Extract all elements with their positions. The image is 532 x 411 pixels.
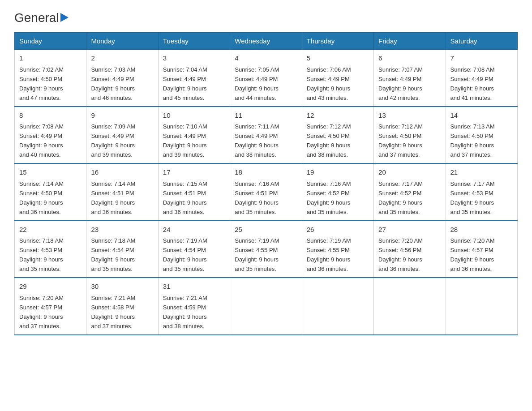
day-number: 16 [91, 167, 153, 178]
day-number: 27 [378, 225, 441, 235]
day-cell: 16Sunrise: 7:14 AMSunset: 4:51 PMDayligh… [86, 163, 158, 221]
day-cell: 27Sunrise: 7:20 AMSunset: 4:56 PMDayligh… [374, 221, 446, 278]
day-info: Sunrise: 7:09 AMSunset: 4:49 PMDaylight:… [91, 123, 135, 158]
day-info: Sunrise: 7:21 AMSunset: 4:58 PMDaylight:… [91, 295, 135, 330]
day-info: Sunrise: 7:17 AMSunset: 4:52 PMDaylight:… [378, 180, 423, 215]
day-cell: 19Sunrise: 7:16 AMSunset: 4:52 PMDayligh… [302, 163, 373, 221]
day-number: 31 [163, 282, 225, 292]
day-number: 7 [450, 53, 513, 64]
day-info: Sunrise: 7:18 AMSunset: 4:53 PMDaylight:… [19, 237, 64, 272]
header-monday: Monday [86, 33, 158, 50]
logo-text: General [14, 11, 69, 23]
logo: General [14, 11, 69, 23]
svg-marker-0 [60, 13, 69, 22]
logo-general-text: General [14, 11, 59, 25]
header-saturday: Saturday [446, 33, 517, 50]
day-number: 28 [450, 225, 513, 235]
day-cell: 1Sunrise: 7:02 AMSunset: 4:50 PMDaylight… [15, 50, 86, 107]
day-info: Sunrise: 7:10 AMSunset: 4:49 PMDaylight:… [163, 123, 207, 158]
header-wednesday: Wednesday [230, 33, 302, 50]
day-cell: 13Sunrise: 7:12 AMSunset: 4:50 PMDayligh… [374, 107, 446, 164]
day-number: 13 [378, 111, 441, 121]
day-info: Sunrise: 7:20 AMSunset: 4:57 PMDaylight:… [450, 237, 495, 272]
day-number: 21 [450, 167, 513, 178]
day-cell: 22Sunrise: 7:18 AMSunset: 4:53 PMDayligh… [15, 221, 86, 278]
day-info: Sunrise: 7:08 AMSunset: 4:49 PMDaylight:… [19, 123, 64, 158]
day-number: 30 [91, 282, 153, 292]
day-cell: 7Sunrise: 7:08 AMSunset: 4:49 PMDaylight… [446, 50, 517, 107]
day-number: 9 [91, 111, 153, 121]
day-number: 6 [378, 53, 441, 64]
day-info: Sunrise: 7:12 AMSunset: 4:50 PMDaylight:… [378, 123, 423, 158]
day-number: 3 [163, 53, 225, 64]
day-info: Sunrise: 7:03 AMSunset: 4:49 PMDaylight:… [91, 66, 135, 101]
day-cell: 15Sunrise: 7:14 AMSunset: 4:50 PMDayligh… [15, 163, 86, 221]
day-cell [446, 278, 517, 335]
day-number: 2 [91, 53, 153, 64]
day-number: 12 [307, 111, 369, 121]
day-number: 22 [19, 225, 82, 235]
day-cell: 24Sunrise: 7:19 AMSunset: 4:54 PMDayligh… [158, 221, 230, 278]
day-cell: 30Sunrise: 7:21 AMSunset: 4:58 PMDayligh… [86, 278, 158, 335]
day-info: Sunrise: 7:12 AMSunset: 4:50 PMDaylight:… [307, 123, 351, 158]
day-info: Sunrise: 7:18 AMSunset: 4:54 PMDaylight:… [91, 237, 135, 272]
header-tuesday: Tuesday [158, 33, 230, 50]
day-cell: 6Sunrise: 7:07 AMSunset: 4:49 PMDaylight… [374, 50, 446, 107]
day-cell: 25Sunrise: 7:19 AMSunset: 4:55 PMDayligh… [230, 221, 302, 278]
day-number: 26 [307, 225, 369, 235]
day-cell [374, 278, 446, 335]
page-header: General [14, 11, 518, 23]
day-number: 18 [235, 167, 297, 178]
day-number: 17 [163, 167, 225, 178]
calendar-header: SundayMondayTuesdayWednesdayThursdayFrid… [15, 33, 518, 50]
day-number: 20 [378, 167, 441, 178]
day-number: 23 [91, 225, 153, 235]
day-info: Sunrise: 7:06 AMSunset: 4:49 PMDaylight:… [307, 66, 351, 101]
day-info: Sunrise: 7:20 AMSunset: 4:56 PMDaylight:… [378, 237, 423, 272]
header-friday: Friday [374, 33, 446, 50]
calendar-table: SundayMondayTuesdayWednesdayThursdayFrid… [14, 32, 518, 335]
day-cell: 11Sunrise: 7:11 AMSunset: 4:49 PMDayligh… [230, 107, 302, 164]
day-number: 19 [307, 167, 369, 178]
day-cell: 2Sunrise: 7:03 AMSunset: 4:49 PMDaylight… [86, 50, 158, 107]
day-cell: 26Sunrise: 7:19 AMSunset: 4:55 PMDayligh… [302, 221, 373, 278]
day-cell: 4Sunrise: 7:05 AMSunset: 4:49 PMDaylight… [230, 50, 302, 107]
day-info: Sunrise: 7:02 AMSunset: 4:50 PMDaylight:… [19, 66, 64, 101]
day-cell: 8Sunrise: 7:08 AMSunset: 4:49 PMDaylight… [15, 107, 86, 164]
day-info: Sunrise: 7:21 AMSunset: 4:59 PMDaylight:… [163, 295, 207, 330]
day-cell: 29Sunrise: 7:20 AMSunset: 4:57 PMDayligh… [15, 278, 86, 335]
day-info: Sunrise: 7:14 AMSunset: 4:51 PMDaylight:… [91, 180, 135, 215]
day-info: Sunrise: 7:08 AMSunset: 4:49 PMDaylight:… [450, 66, 495, 101]
day-number: 29 [19, 282, 82, 292]
week-row-5: 29Sunrise: 7:20 AMSunset: 4:57 PMDayligh… [15, 278, 518, 335]
day-cell [302, 278, 373, 335]
day-number: 5 [307, 53, 369, 64]
day-cell [230, 278, 302, 335]
week-row-2: 8Sunrise: 7:08 AMSunset: 4:49 PMDaylight… [15, 107, 518, 164]
day-info: Sunrise: 7:14 AMSunset: 4:50 PMDaylight:… [19, 180, 64, 215]
header-thursday: Thursday [302, 33, 373, 50]
day-cell: 3Sunrise: 7:04 AMSunset: 4:49 PMDaylight… [158, 50, 230, 107]
day-cell: 28Sunrise: 7:20 AMSunset: 4:57 PMDayligh… [446, 221, 517, 278]
day-info: Sunrise: 7:19 AMSunset: 4:55 PMDaylight:… [235, 237, 279, 272]
day-info: Sunrise: 7:13 AMSunset: 4:50 PMDaylight:… [450, 123, 495, 158]
day-cell: 17Sunrise: 7:15 AMSunset: 4:51 PMDayligh… [158, 163, 230, 221]
calendar-body: 1Sunrise: 7:02 AMSunset: 4:50 PMDaylight… [15, 50, 518, 335]
day-info: Sunrise: 7:17 AMSunset: 4:53 PMDaylight:… [450, 180, 495, 215]
day-info: Sunrise: 7:20 AMSunset: 4:57 PMDaylight:… [19, 295, 64, 330]
day-cell: 21Sunrise: 7:17 AMSunset: 4:53 PMDayligh… [446, 163, 517, 221]
day-info: Sunrise: 7:19 AMSunset: 4:55 PMDaylight:… [307, 237, 351, 272]
day-info: Sunrise: 7:16 AMSunset: 4:52 PMDaylight:… [307, 180, 351, 215]
day-cell: 20Sunrise: 7:17 AMSunset: 4:52 PMDayligh… [374, 163, 446, 221]
day-number: 8 [19, 111, 82, 121]
day-cell: 18Sunrise: 7:16 AMSunset: 4:51 PMDayligh… [230, 163, 302, 221]
day-cell: 31Sunrise: 7:21 AMSunset: 4:59 PMDayligh… [158, 278, 230, 335]
day-number: 24 [163, 225, 225, 235]
day-number: 10 [163, 111, 225, 121]
day-cell: 12Sunrise: 7:12 AMSunset: 4:50 PMDayligh… [302, 107, 373, 164]
day-cell: 5Sunrise: 7:06 AMSunset: 4:49 PMDaylight… [302, 50, 373, 107]
day-number: 4 [235, 53, 297, 64]
week-row-3: 15Sunrise: 7:14 AMSunset: 4:50 PMDayligh… [15, 163, 518, 221]
week-row-4: 22Sunrise: 7:18 AMSunset: 4:53 PMDayligh… [15, 221, 518, 278]
day-info: Sunrise: 7:16 AMSunset: 4:51 PMDaylight:… [235, 180, 279, 215]
